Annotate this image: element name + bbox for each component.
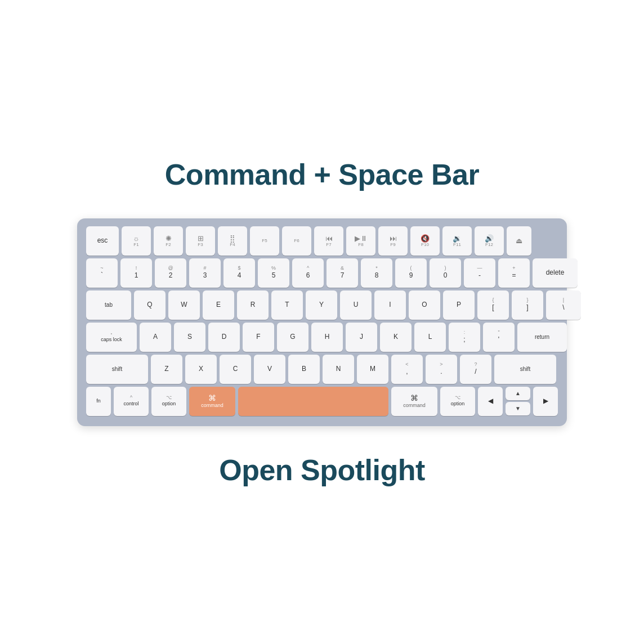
arrow-down-icon: ▼ [515,405,521,412]
key-8[interactable]: * 8 [361,258,392,288]
shift-l-label: shift [112,366,122,373]
key-f4[interactable]: ⣿ F4 [218,226,247,256]
key-n[interactable]: N [323,355,354,384]
key-f2[interactable]: ✺ F2 [154,226,183,256]
key-f12[interactable]: 🔊 F12 [475,226,504,256]
key-7[interactable]: & 7 [327,258,358,288]
key-space[interactable] [238,387,388,416]
key-j[interactable]: J [346,323,377,352]
key-d[interactable]: D [208,323,240,352]
return-label: return [535,334,549,341]
f12-label: F12 [485,243,493,247]
key-v[interactable]: V [254,355,285,384]
key-e[interactable]: E [203,290,234,320]
key-semicolon[interactable]: : ; [449,323,480,352]
key-f6[interactable]: F6 [282,226,311,256]
key-fn[interactable]: fn [86,387,111,416]
arrow-up-icon: ▲ [515,390,521,396]
f11-label: F11 [453,243,461,247]
bottom-row: fn ^ control ⌥ option ⌘ command ⌘ comman… [86,387,558,416]
key-delete[interactable]: delete [533,258,578,288]
key-arrow-up[interactable]: ▲ [506,387,530,400]
f2-label: F2 [166,243,171,247]
key-5[interactable]: % 5 [258,258,289,288]
0-main: 0 [444,271,448,279]
key-f10[interactable]: 🔇 F10 [410,226,440,256]
key-return[interactable]: return [517,323,567,352]
key-option-right[interactable]: ⌥ option [440,387,475,416]
key-esc-label: esc [97,236,108,244]
f1-icon: ☼ [133,234,140,243]
f4-icon: ⣿ [230,234,235,243]
key-9[interactable]: ( 9 [395,258,427,288]
key-quote[interactable]: " ' [483,323,515,352]
key-tab[interactable]: tab [86,290,131,320]
key-i[interactable]: I [374,290,406,320]
key-r[interactable]: R [237,290,269,320]
key-f5[interactable]: F5 [250,226,279,256]
key-caps-lock[interactable]: • caps lock [86,323,137,352]
key-3[interactable]: # 3 [189,258,221,288]
key-period[interactable]: > . [426,355,457,384]
key-m[interactable]: M [357,355,388,384]
f8-icon: ▶⏸ [355,234,368,243]
6-top: ^ [307,266,309,271]
key-f9[interactable]: ⏭ F9 [378,226,408,256]
key-f8[interactable]: ▶⏸ F8 [346,226,375,256]
key-g[interactable]: G [277,323,308,352]
f8-label: F8 [358,243,363,247]
key-minus[interactable]: — - [464,258,495,288]
key-shift-right[interactable]: shift [494,355,556,384]
key-w[interactable]: W [168,290,200,320]
key-equal[interactable]: + = [498,258,530,288]
key-arrow-right[interactable]: ▶ [533,387,558,416]
key-y[interactable]: Y [306,290,337,320]
tilde-top: ~ [100,266,103,271]
key-h[interactable]: H [311,323,343,352]
key-tilde[interactable]: ~ ` [86,258,118,288]
key-shift-left[interactable]: shift [86,355,148,384]
key-t[interactable]: T [271,290,303,320]
equal-top: + [512,266,515,271]
key-arrow-left[interactable]: ◀ [478,387,503,416]
key-0[interactable]: ) 0 [430,258,461,288]
key-x[interactable]: X [185,355,217,384]
key-option-left[interactable]: ⌥ option [151,387,186,416]
key-f11[interactable]: 🔉 F11 [442,226,472,256]
key-z[interactable]: Z [151,355,182,384]
key-lock[interactable]: ⏏ [507,226,531,256]
page-title: Command + Space Bar [165,158,479,191]
key-c[interactable]: C [220,355,251,384]
key-slash[interactable]: ? / [460,355,491,384]
key-f3[interactable]: ⊞ F3 [186,226,215,256]
key-esc[interactable]: esc [86,226,119,256]
f10-label: F10 [421,243,429,247]
key-6[interactable]: ^ 6 [292,258,324,288]
key-k[interactable]: K [380,323,412,352]
key-2[interactable]: @ 2 [155,258,186,288]
key-u[interactable]: U [340,290,372,320]
key-rbracket[interactable]: } ] [512,290,543,320]
arrow-up-down-container: ▲ ▼ [506,387,530,416]
key-f[interactable]: F [243,323,274,352]
key-command-right[interactable]: ⌘ command [391,387,437,416]
key-s[interactable]: S [174,323,205,352]
key-p[interactable]: P [443,290,475,320]
key-o[interactable]: O [409,290,440,320]
key-arrow-down[interactable]: ▼ [506,402,530,415]
key-1[interactable]: ! 1 [120,258,152,288]
key-b[interactable]: B [288,355,320,384]
tilde-main: ` [101,271,103,279]
key-command-left[interactable]: ⌘ command [189,387,235,416]
key-control[interactable]: ^ control [114,387,149,416]
key-f1[interactable]: ☼ F1 [122,226,151,256]
key-l[interactable]: L [414,323,446,352]
key-comma[interactable]: < , [391,355,423,384]
key-4[interactable]: $ 4 [223,258,255,288]
key-q[interactable]: Q [134,290,166,320]
key-backslash[interactable]: | \ [546,290,581,320]
key-lbracket[interactable]: { [ [477,290,509,320]
8-main: 8 [375,271,379,279]
key-f7[interactable]: ⏮ F7 [314,226,343,256]
key-a[interactable]: A [140,323,171,352]
